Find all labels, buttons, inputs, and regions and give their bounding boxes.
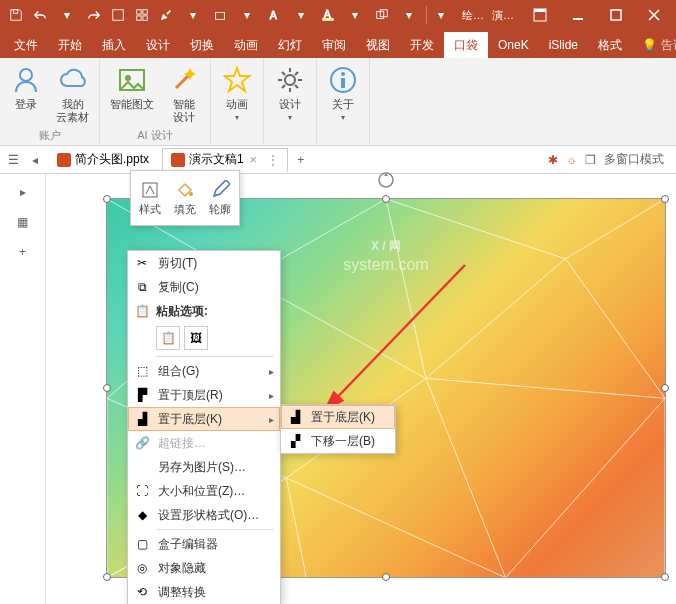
cloud-material-button[interactable]: 我的 云素材: [54, 62, 91, 126]
chevron-right-icon: ▸: [269, 390, 274, 401]
tab-insert[interactable]: 插入: [92, 32, 136, 58]
outline-icon[interactable]: ▦: [13, 212, 33, 232]
ctx-copy[interactable]: ⧉ 复制(C): [128, 275, 280, 299]
mini-style-button[interactable]: 样式: [133, 173, 168, 223]
minimize-icon[interactable]: [560, 1, 596, 29]
ctx-format-shape[interactable]: ◆ 设置形状格式(O)…: [128, 503, 280, 527]
tab-review[interactable]: 审阅: [312, 32, 356, 58]
handle-se[interactable]: [661, 573, 669, 581]
handle-nw[interactable]: [103, 195, 111, 203]
multiwindow-label[interactable]: 多窗口模式: [604, 151, 664, 168]
arrange-dropdown[interactable]: ▾: [394, 8, 424, 22]
font-color-icon[interactable]: A: [316, 3, 340, 27]
new-slide-icon[interactable]: [106, 3, 130, 27]
ctx-bring-front[interactable]: ▛ 置于顶层(R) ▸: [128, 383, 280, 407]
watermark: X / 网 system.com: [343, 239, 428, 275]
svg-rect-9: [323, 19, 334, 21]
redo-icon[interactable]: [82, 3, 106, 27]
tab-slideshow[interactable]: 幻灯: [268, 32, 312, 58]
tab-onekey[interactable]: OneK: [488, 32, 539, 58]
tab-home[interactable]: 开始: [48, 32, 92, 58]
sun-icon[interactable]: ☼: [566, 153, 577, 167]
arrange-icon[interactable]: [370, 3, 394, 27]
paste-option-2[interactable]: 🖼: [184, 326, 208, 350]
tab-design[interactable]: 设计: [136, 32, 180, 58]
tab-file[interactable]: 文件: [4, 32, 48, 58]
text-icon[interactable]: A: [262, 3, 286, 27]
smart-imgtext-button[interactable]: 智能图文: [108, 62, 156, 113]
tab-developer[interactable]: 开发: [400, 32, 444, 58]
mini-fill-button[interactable]: 填充: [168, 173, 203, 223]
qat-custom-icon[interactable]: ▾: [429, 3, 453, 27]
ribbon-group-settings: 设计 ▾: [264, 58, 317, 145]
format-icon: ◆: [134, 507, 150, 523]
tab-pocket[interactable]: 口袋: [444, 32, 488, 58]
gear-small-icon[interactable]: ✱: [548, 153, 558, 167]
shape-dropdown[interactable]: ▾: [232, 8, 262, 22]
handle-n[interactable]: [382, 195, 390, 203]
ctx-hyperlink: 🔗 超链接…: [128, 431, 280, 455]
animation-button[interactable]: 动画 ▾: [219, 62, 255, 124]
style-icon: [140, 180, 160, 200]
tab-options-icon[interactable]: ⋮: [263, 153, 279, 167]
ctx-box-editor[interactable]: ▢ 盒子编辑器: [128, 532, 280, 556]
font-color-dropdown[interactable]: ▾: [340, 8, 370, 22]
ctx-adjust-convert[interactable]: ⟲ 调整转换: [128, 580, 280, 604]
tab-nav-prev-icon[interactable]: ◂: [26, 151, 44, 169]
mini-outline-button[interactable]: 轮廓: [202, 173, 237, 223]
add-slide-icon[interactable]: +: [13, 242, 33, 262]
close-icon[interactable]: [636, 1, 672, 29]
handle-e[interactable]: [661, 384, 669, 392]
tab-format[interactable]: 格式: [588, 32, 632, 58]
ribbon-options-icon[interactable]: [522, 1, 558, 29]
tab-nav-menu-icon[interactable]: ☰: [4, 151, 22, 169]
undo-dropdown[interactable]: ▾: [52, 8, 82, 22]
brush-dropdown[interactable]: ▾: [178, 8, 208, 22]
handle-s[interactable]: [382, 573, 390, 581]
autosave-icon[interactable]: [4, 3, 28, 27]
tab-transition[interactable]: 切换: [180, 32, 224, 58]
settings-button[interactable]: 设计 ▾: [272, 62, 308, 124]
layout-icon[interactable]: [130, 3, 154, 27]
bucket-icon: [175, 180, 195, 200]
rotate-handle-icon[interactable]: [377, 171, 395, 189]
tab-tellme[interactable]: 💡告诉我…: [632, 32, 676, 58]
paste-option-1[interactable]: 📋: [156, 326, 180, 350]
doctab-1[interactable]: 简介头图.pptx: [48, 148, 158, 172]
hide-icon: ◎: [134, 560, 150, 576]
ribbon-group-ai: 智能图文 智能 设计 AI 设计: [100, 58, 211, 145]
ctx-group[interactable]: ⬚ 组合(G) ▸: [128, 359, 280, 383]
sub-send-backward[interactable]: ▞ 下移一层(B): [281, 429, 395, 453]
login-button[interactable]: 登录: [8, 62, 44, 113]
ctx-cut[interactable]: ✂ 剪切(T): [128, 251, 280, 275]
smart-design-button[interactable]: 智能 设计: [166, 62, 202, 126]
handle-w[interactable]: [103, 384, 111, 392]
maximize-icon[interactable]: [598, 1, 634, 29]
title-hint-draw: 绘…: [462, 8, 492, 23]
shape-icon[interactable]: [208, 3, 232, 27]
handle-ne[interactable]: [661, 195, 669, 203]
svg-rect-13: [534, 9, 546, 12]
undo-icon[interactable]: [28, 3, 52, 27]
expand-icon[interactable]: ▸: [13, 182, 33, 202]
tab-add-icon[interactable]: +: [292, 151, 310, 169]
svg-text:A: A: [270, 9, 277, 21]
ctx-size-pos[interactable]: ⛶ 大小和位置(Z)…: [128, 479, 280, 503]
ctx-send-back[interactable]: ▟ 置于底层(K) ▸: [128, 407, 280, 431]
doctab-2[interactable]: 演示文稿1 × ⋮: [162, 148, 288, 172]
canvas-area: ▸ ▦ + X / 网 system.com: [0, 174, 676, 604]
tab-view[interactable]: 视图: [356, 32, 400, 58]
sub-send-back[interactable]: ▟ 置于底层(K): [281, 405, 395, 429]
window-icon[interactable]: ❐: [585, 153, 596, 167]
tab-close-icon[interactable]: ×: [248, 153, 259, 167]
svg-text:A: A: [324, 8, 331, 20]
ctx-save-as-pic[interactable]: 另存为图片(S)…: [128, 455, 280, 479]
tab-islide[interactable]: iSlide: [539, 32, 588, 58]
brush-icon[interactable]: [154, 3, 178, 27]
svg-rect-6: [216, 12, 225, 19]
text-dropdown[interactable]: ▾: [286, 8, 316, 22]
handle-sw[interactable]: [103, 573, 111, 581]
about-button[interactable]: 关于 ▾: [325, 62, 361, 124]
ctx-object-hide[interactable]: ◎ 对象隐藏: [128, 556, 280, 580]
tab-animation[interactable]: 动画: [224, 32, 268, 58]
